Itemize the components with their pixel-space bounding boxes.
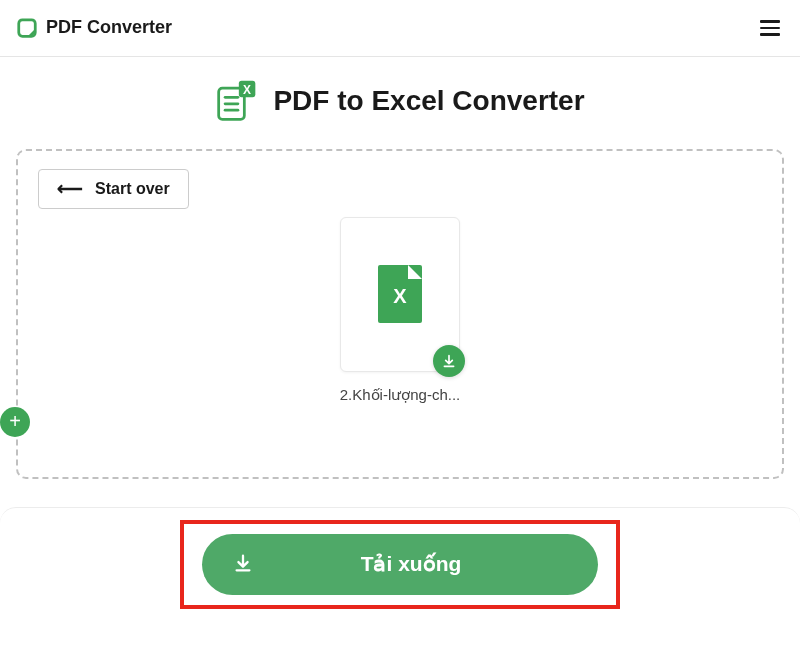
title-section: X PDF to Excel Converter [0,57,800,149]
file-list: X 2.Khối-lượng-ch... [38,217,762,404]
brand[interactable]: PDF Converter [16,17,172,39]
app-header: PDF Converter [0,0,800,57]
add-file-button[interactable]: + [0,407,30,437]
brand-logo-icon [16,17,38,39]
dropzone-wrapper: + ⟵ Start over X 2.Khối-lượng-ch [0,149,800,489]
pdf-excel-icon: X [215,79,259,123]
hamburger-menu-button[interactable] [756,12,784,44]
download-icon [441,353,457,369]
download-button[interactable]: Tải xuống [202,534,598,595]
file-name: 2.Khối-lượng-ch... [340,386,461,404]
start-over-button[interactable]: ⟵ Start over [38,169,189,209]
page-title: PDF to Excel Converter [273,85,584,117]
arrow-left-icon: ⟵ [57,180,83,198]
svg-text:X: X [243,82,251,96]
start-over-label: Start over [95,180,170,198]
file-download-button[interactable] [433,345,465,377]
download-section: Tải xuống [0,507,800,609]
highlight-annotation: Tải xuống [180,520,620,609]
hamburger-icon [760,20,780,23]
download-label: Tải xuống [254,552,568,576]
brand-name: PDF Converter [46,17,172,38]
file-card[interactable]: X 2.Khối-lượng-ch... [340,217,461,404]
dropzone[interactable]: ⟵ Start over X 2.Khối-lượng-ch... [16,149,784,479]
download-icon [232,552,254,577]
excel-file-icon: X [378,265,422,323]
file-thumbnail: X [340,217,460,372]
plus-icon: + [9,410,21,433]
